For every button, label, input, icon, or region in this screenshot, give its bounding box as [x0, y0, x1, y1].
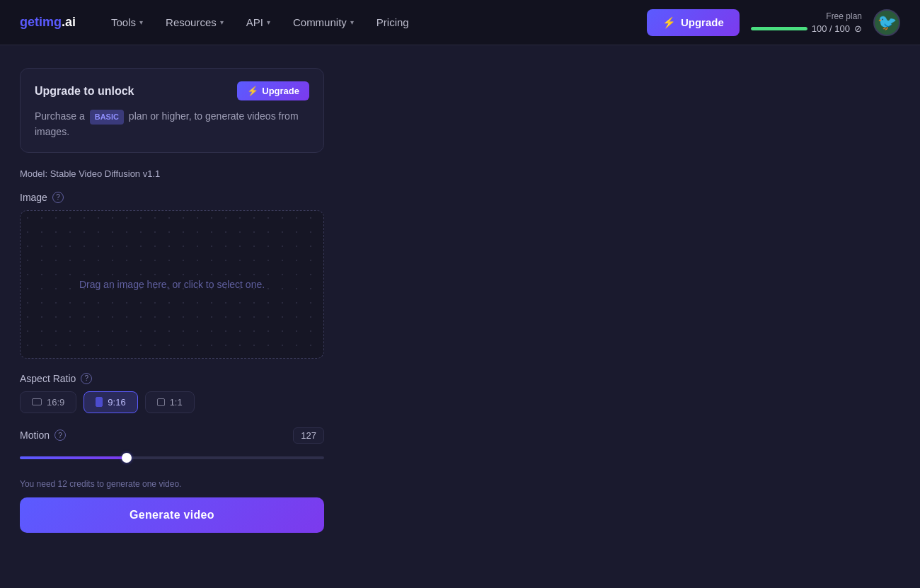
avatar[interactable]: 🐦: [873, 9, 900, 36]
logo[interactable]: getimg.ai: [20, 15, 76, 30]
motion-section: Motion ? 127: [20, 427, 324, 465]
plan-label: Free plan: [826, 11, 862, 21]
image-section: Image ? Drag an image here, or click to …: [20, 192, 324, 359]
upgrade-banner-title: Upgrade to unlock: [35, 85, 134, 98]
progress-bar-fill: [751, 27, 807, 30]
nav-resources-label: Resources: [166, 16, 217, 28]
image-label: Image ?: [20, 192, 324, 203]
nav-item-community[interactable]: Community ▾: [283, 11, 364, 34]
progress-bar: [751, 27, 807, 30]
motion-value: 127: [293, 427, 324, 444]
upgrade-banner-header: Upgrade to unlock ⚡ Upgrade: [35, 81, 309, 100]
chevron-down-icon: ▾: [220, 18, 224, 26]
aspect-indicator-wide: [32, 398, 42, 405]
nav-right: ⚡ Upgrade Free plan 100 / 100 ⊘ 🐦: [647, 9, 900, 36]
nav-links: Tools ▾ Resources ▾ API ▾ Community ▾ Pr…: [101, 11, 647, 34]
generate-video-button[interactable]: Generate video: [20, 497, 324, 533]
aspect-btn-1-1[interactable]: 1:1: [145, 391, 195, 413]
nav-item-api[interactable]: API ▾: [236, 11, 280, 34]
aspect-ratio-label: Aspect Ratio ?: [20, 373, 324, 384]
aspect-label-1-1: 1:1: [170, 397, 183, 408]
image-dropzone[interactable]: Drag an image here, or click to select o…: [20, 210, 324, 359]
navbar: getimg.ai Tools ▾ Resources ▾ API ▾ Comm…: [0, 0, 920, 45]
nav-pricing-label: Pricing: [376, 16, 409, 28]
aspect-ratio-info-icon[interactable]: ?: [81, 373, 92, 384]
motion-label: Motion ?: [20, 430, 66, 441]
upgrade-small-btn-label: Upgrade: [262, 86, 299, 96]
aspect-btn-9-16[interactable]: 9:16: [84, 391, 137, 413]
plan-info: Free plan 100 / 100 ⊘: [751, 11, 862, 34]
nav-item-tools[interactable]: Tools ▾: [101, 11, 153, 34]
main-content: Upgrade to unlock ⚡ Upgrade Purchase a B…: [0, 45, 920, 555]
plan-progress-text: 100 / 100: [812, 23, 850, 34]
motion-info-icon[interactable]: ?: [54, 430, 66, 441]
plan-icon: ⊘: [854, 23, 862, 34]
lightning-icon: ⚡: [247, 86, 258, 96]
aspect-btn-16-9[interactable]: 16:9: [20, 391, 76, 413]
basic-badge: BASIC: [90, 110, 124, 125]
aspect-label-9-16: 9:16: [108, 397, 125, 408]
chevron-down-icon: ▾: [139, 18, 143, 26]
motion-header: Motion ? 127: [20, 427, 324, 444]
aspect-indicator-tall: [96, 397, 103, 407]
nav-api-label: API: [246, 16, 263, 28]
upgrade-banner: Upgrade to unlock ⚡ Upgrade Purchase a B…: [20, 68, 324, 153]
left-panel: Upgrade to unlock ⚡ Upgrade Purchase a B…: [20, 68, 324, 533]
motion-slider[interactable]: [20, 451, 324, 465]
model-line: Model: Stable Video Diffusion v1.1: [20, 168, 324, 179]
nav-tools-label: Tools: [111, 16, 136, 28]
nav-item-pricing[interactable]: Pricing: [367, 11, 419, 34]
model-value: Stable Video Diffusion v1.1: [50, 168, 161, 179]
credits-note: You need 12 credits to generate one vide…: [20, 479, 324, 489]
upgrade-small-button[interactable]: ⚡ Upgrade: [237, 81, 309, 100]
chevron-down-icon: ▾: [350, 18, 354, 26]
plan-progress-row: 100 / 100 ⊘: [751, 23, 862, 34]
lightning-icon: ⚡: [662, 16, 676, 29]
aspect-options: 16:9 9:16 1:1: [20, 391, 324, 413]
image-placeholder: Drag an image here, or click to select o…: [79, 279, 265, 290]
slider-fill: [20, 456, 127, 459]
upgrade-btn-label: Upgrade: [681, 16, 724, 28]
aspect-ratio-section: Aspect Ratio ? 16:9 9:16 1:1: [20, 373, 324, 413]
nav-item-resources[interactable]: Resources ▾: [156, 11, 234, 34]
avatar-icon: 🐦: [878, 13, 897, 32]
image-info-icon[interactable]: ?: [52, 192, 64, 203]
aspect-label-16-9: 16:9: [47, 397, 64, 408]
upgrade-button[interactable]: ⚡ Upgrade: [647, 9, 740, 36]
slider-track: [20, 456, 324, 459]
aspect-indicator-square: [157, 398, 165, 406]
nav-community-label: Community: [293, 16, 347, 28]
slider-thumb[interactable]: [122, 453, 132, 463]
upgrade-banner-text: Purchase a BASIC plan or higher, to gene…: [35, 109, 309, 139]
chevron-down-icon: ▾: [267, 18, 270, 26]
